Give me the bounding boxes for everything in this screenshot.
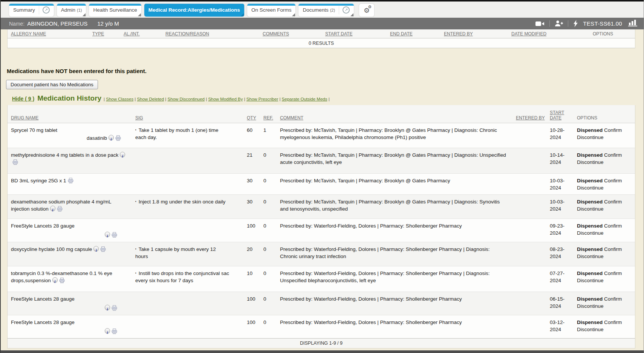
dispensed-status: Dispensed <box>577 246 603 252</box>
col-drug-name[interactable]: DRUG NAME <box>11 115 135 121</box>
print-icon[interactable] <box>57 206 63 212</box>
settings-button[interactable]: ⚙ ⚙ <box>359 4 374 17</box>
tab-label: Medical Record:Allergies/Medications <box>148 7 240 13</box>
sig-cell <box>135 177 247 191</box>
drug-info-icon[interactable]: i <box>120 152 125 157</box>
show-discontinued-link[interactable]: Show Discontinued <box>168 97 205 101</box>
col-type[interactable]: TYPE <box>92 31 124 37</box>
ref-cell: 0 <box>263 177 280 191</box>
drug-info-icon[interactable]: i <box>105 232 110 237</box>
options-cell: Dispensed Confirm Discontinue <box>577 151 633 170</box>
info-glyph: i <box>54 280 55 284</box>
print-icon[interactable] <box>68 178 73 183</box>
confirm-link[interactable]: Confirm <box>604 152 622 158</box>
sig-cell: ▪Take 1 capsule by mouth every 12 hours <box>135 246 247 263</box>
name-label: Name: <box>9 21 24 27</box>
ref-cell: 0 <box>263 151 280 170</box>
open-in-new-icon[interactable]: ↗ <box>43 6 50 14</box>
discontinue-link[interactable]: Discontinue <box>577 278 604 283</box>
discontinue-link[interactable]: Discontinue <box>577 303 604 309</box>
tab-health-surveillance[interactable]: Health Surveillance <box>89 4 141 17</box>
hide-link[interactable]: Hide ( 9 ) <box>12 96 34 102</box>
qty-cell: 30 <box>247 198 263 215</box>
print-icon[interactable] <box>12 159 18 165</box>
gear-icon: ⚙ <box>368 5 372 9</box>
info-glyph: i <box>52 208 53 212</box>
col-comments[interactable]: COMMENTS <box>263 31 325 37</box>
discontinue-link[interactable]: Discontinue <box>577 254 604 259</box>
discontinue-link[interactable]: Discontinue <box>577 327 604 332</box>
drug-info-icon[interactable]: i <box>50 206 55 211</box>
show-deleted-link[interactable]: Show Deleted <box>137 97 164 101</box>
info-glyph: i <box>111 137 112 141</box>
col-end-date[interactable]: END DATE <box>390 31 444 37</box>
tab-documents[interactable]: Documents (2) ↗ <box>298 4 354 17</box>
add-person-icon[interactable] <box>555 20 563 27</box>
sig-text: Take 1 tablet by mouth 1 (one) time each… <box>135 127 218 140</box>
comment-cell: Prescribed by: Waterford-Fielding, Dolor… <box>280 319 516 335</box>
print-icon[interactable] <box>112 232 117 238</box>
col-comment[interactable]: COMMENT <box>280 115 516 121</box>
drug-info-icon[interactable]: i <box>52 277 58 283</box>
discontinue-link[interactable]: Discontinue <box>577 230 604 236</box>
confirm-link[interactable]: Confirm <box>604 223 622 229</box>
dispensed-status: Dispensed <box>577 223 603 229</box>
document-no-medications-button[interactable]: Document patient has No Medications <box>6 80 98 89</box>
confirm-link[interactable]: Confirm <box>604 319 622 325</box>
dispensed-status: Dispensed <box>577 178 603 183</box>
print-icon[interactable] <box>112 305 117 311</box>
col-qty[interactable]: QTY <box>247 115 263 121</box>
col-ref[interactable]: REF. <box>263 115 280 121</box>
col-entered-by[interactable]: ENTERED BY <box>444 31 511 37</box>
discontinue-link[interactable]: Discontinue <box>577 206 604 212</box>
confirm-link[interactable]: Confirm <box>604 270 622 276</box>
video-camera-icon[interactable] <box>535 21 545 27</box>
tab-on-screen-forms[interactable]: On Screen Forms <box>247 4 296 17</box>
col-entered-by[interactable]: ENTERED BY <box>516 115 550 121</box>
drug-info-icon[interactable]: i <box>109 135 114 140</box>
bar-chart-icon[interactable] <box>627 19 638 28</box>
col-allergy-name[interactable]: ALLERGY NAME <box>11 31 92 37</box>
discontinue-link[interactable]: Discontinue <box>577 185 604 191</box>
drug-info-icon[interactable]: i <box>93 246 99 251</box>
show-prescriber-link[interactable]: Show Prescriber <box>246 97 278 101</box>
print-icon[interactable] <box>100 246 106 252</box>
confirm-link[interactable]: Confirm <box>604 127 622 133</box>
drug-info-icon[interactable]: i <box>105 328 110 333</box>
info-glyph: i <box>107 234 108 238</box>
entered-by-cell <box>516 270 550 289</box>
print-icon[interactable] <box>112 329 117 334</box>
tab-label: Health Surveillance <box>93 7 137 13</box>
col-reaction-reason[interactable]: REACTION/REASON <box>165 31 263 37</box>
tab-admin[interactable]: Admin (1) <box>57 4 86 17</box>
col-start-date[interactable]: START DATE <box>325 31 390 37</box>
patient-banner: Name: ABINGDON, PERSEUS 12 y/o M TEST-SS… <box>1 18 644 29</box>
arrow-glyph: ↗ <box>344 8 348 12</box>
open-in-new-icon[interactable]: ↗ <box>343 6 350 14</box>
col-sig[interactable]: SIG <box>135 115 247 121</box>
confirm-link[interactable]: Confirm <box>604 246 622 252</box>
separate-outside-meds-link[interactable]: Separate Outside Meds <box>282 97 327 101</box>
col-al-int[interactable]: AL./INT. <box>124 31 165 37</box>
qty-cell: 100 <box>247 295 263 312</box>
show-classes-link[interactable]: Show Classes <box>106 97 133 101</box>
confirm-link[interactable]: Confirm <box>604 199 622 205</box>
print-icon[interactable] <box>59 278 65 283</box>
col-start-date[interactable]: START DATE <box>550 110 577 121</box>
tab-summary[interactable]: Summary ↗ <box>9 4 54 17</box>
tab-medical-record-allergies-medications[interactable]: Medical Record:Allergies/Medications <box>144 4 244 17</box>
lightning-bolt-icon[interactable] <box>573 20 578 27</box>
print-icon[interactable] <box>115 135 121 141</box>
confirm-link[interactable]: Confirm <box>604 296 622 302</box>
col-date-modified[interactable]: DATE MODIFIED <box>511 31 593 37</box>
drug-name: FreeStyle Lancets 28 gauge <box>11 319 128 326</box>
start-date-cell: 10-03-2024 <box>550 198 577 215</box>
comment-cell: Prescribed by: Waterford-Fielding, Dolor… <box>280 270 516 289</box>
divider <box>339 6 339 14</box>
bullet-glyph: ▪ <box>135 271 136 275</box>
discontinue-link[interactable]: Discontinue <box>577 159 604 165</box>
discontinue-link[interactable]: Discontinue <box>577 134 604 140</box>
drug-info-icon[interactable]: i <box>105 305 110 310</box>
confirm-link[interactable]: Confirm <box>604 178 622 183</box>
show-modified-by-link[interactable]: Show Modified By <box>208 97 243 101</box>
